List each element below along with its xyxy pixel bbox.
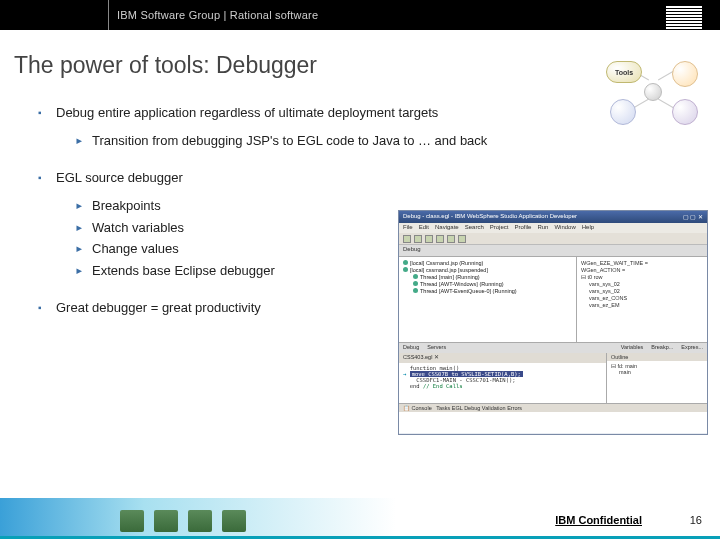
outline-pane: Outline ⊟ fd: main main <box>607 353 707 403</box>
window-titlebar: Debug - class.egl - IBM WebSphere Studio… <box>399 211 707 223</box>
bullet-text: Great debugger = great productivity <box>56 300 261 315</box>
page-number: 16 <box>690 514 702 526</box>
toolbar <box>399 233 707 245</box>
footer-graphic-icon <box>120 510 144 532</box>
variables-pane: WGen_EZE_WAIT_TIME = WGen_ACTION = ⊟ t0 … <box>577 257 707 342</box>
bullet-text: EGL source debugger <box>56 170 183 185</box>
ide-screenshot: Debug - class.egl - IBM WebSphere Studio… <box>398 210 708 435</box>
threads-pane: [local] Cssmand.jsp (Running) [local] cs… <box>399 257 577 342</box>
slide-footer: IBM Confidential 16 <box>0 498 720 540</box>
bullet-text: Debug entire application regardless of u… <box>56 105 438 120</box>
editor-pane: CSS403.egl ✕ function main() → move CSS0… <box>399 353 607 403</box>
orb-icon <box>672 61 698 87</box>
sub-bullet-item: Transition from debugging JSP's to EGL c… <box>76 133 720 150</box>
footer-graphic-icon <box>222 510 246 532</box>
pane-tabs: DebugServers Variables Breakp...Expres..… <box>399 342 707 353</box>
console-pane: 📋 Console Tasks EGL Debug Validation Err… <box>399 403 707 433</box>
header-text: IBM Software Group | Rational software <box>109 9 318 21</box>
footer-accent-line <box>0 536 720 539</box>
menubar: FileEditNavigate SearchProjectProfile Ru… <box>399 223 707 233</box>
toolbar-icon <box>403 235 411 243</box>
window-controls-icon: ▢ ▢ ✕ <box>683 213 703 221</box>
hub-icon <box>644 83 662 101</box>
footer-icons <box>120 510 246 532</box>
ibm-logo-icon <box>666 6 702 29</box>
footer-graphic-icon <box>188 510 212 532</box>
tools-orb: Tools <box>606 61 642 83</box>
header-divider <box>0 0 109 30</box>
debug-view-tab: Debug <box>399 245 707 257</box>
bullet-item: Debug entire application regardless of u… <box>38 105 720 150</box>
footer-graphic-icon <box>154 510 178 532</box>
window-title: Debug - class.egl - IBM WebSphere Studio… <box>403 213 577 221</box>
header-bar: IBM Software Group | Rational software <box>0 0 720 30</box>
confidential-label: IBM Confidential <box>555 514 642 526</box>
